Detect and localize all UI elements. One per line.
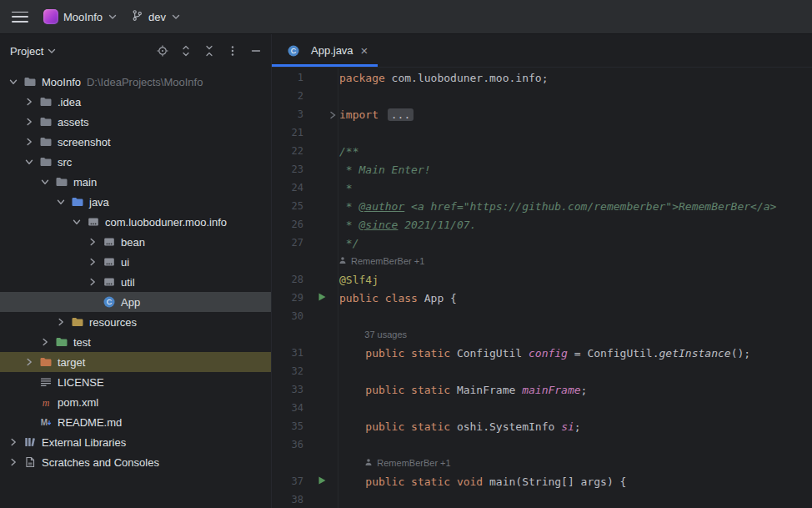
tree-item-app[interactable]: CApp (0, 292, 271, 312)
project-logo-icon (43, 9, 58, 24)
chevron-right-icon[interactable] (54, 315, 68, 329)
tree-item-label: External Libraries (42, 436, 126, 449)
line-number: 34 (272, 402, 305, 414)
branch-widget[interactable]: dev (124, 6, 188, 28)
code-text[interactable]: /** (338, 145, 358, 158)
code-text[interactable]: @Slf4j (338, 274, 378, 286)
tree-item-label: .idea (58, 96, 81, 108)
tree-item-bean[interactable]: bean (0, 232, 271, 252)
inlay-text[interactable]: RememBerBer +1 (338, 256, 424, 266)
inlay-label[interactable]: 37 usages (364, 329, 407, 340)
tree-item-scratches-and-consoles[interactable]: Scratches and Consoles (0, 452, 271, 472)
code-text[interactable]: * (338, 182, 353, 194)
chevron-right-icon[interactable] (7, 435, 20, 449)
project-tree: MooInfoD:\IdeaProjects\MooInfo.ideaasset… (0, 68, 271, 508)
chevron-down-icon[interactable] (38, 175, 52, 189)
code-line: 29public class App { (272, 289, 812, 307)
chevron-right-icon[interactable] (86, 275, 99, 289)
tree-item-java[interactable]: java (0, 192, 271, 212)
chevron-right-icon[interactable] (23, 115, 36, 128)
code-text[interactable]: * @since 2021/11/07. (338, 219, 476, 231)
author-icon (364, 458, 373, 468)
tree-item-readme-md[interactable]: MREADME.md (0, 412, 271, 432)
code-line: 36 (272, 435, 812, 454)
code-line: 30 (272, 307, 812, 325)
code-text[interactable]: public static oshi.SystemInfo si; (338, 420, 581, 433)
expand-all-icon[interactable] (176, 41, 196, 61)
panel-title[interactable]: Project (10, 45, 43, 58)
tree-item-license[interactable]: LICENSE (0, 372, 271, 392)
code-text[interactable]: public static MainFrame mainFrame; (338, 384, 587, 396)
gutter (305, 399, 338, 417)
line-number: 28 (272, 274, 305, 285)
inlay-label[interactable]: RememBerBer +1 (351, 256, 424, 266)
code-text[interactable]: public static ConfigUtil config = Config… (338, 347, 750, 360)
package-icon (103, 235, 116, 249)
tree-item-label: test (73, 336, 91, 349)
chevron-right-icon[interactable] (23, 135, 36, 148)
tree-item-idea[interactable]: .idea (0, 92, 271, 112)
tree-item-label: assets (58, 116, 89, 128)
code-text[interactable]: * Main Enter! (338, 163, 431, 176)
tree-item-target[interactable]: target (0, 352, 271, 372)
code-area[interactable]: 1package com.luoboduner.moo.info;23impor… (272, 68, 812, 508)
fold-expand-icon[interactable] (328, 109, 337, 122)
tree-item-com-luoboduner-moo-info[interactable]: com.luoboduner.moo.info (0, 212, 271, 232)
run-button[interactable] (317, 292, 327, 304)
tree-item-util[interactable]: util (0, 272, 271, 292)
gutter (305, 380, 338, 399)
chevron-right-icon[interactable] (86, 235, 99, 249)
line-number: 36 (272, 439, 305, 450)
branch-name: dev (148, 11, 166, 23)
chevron-right-icon[interactable] (38, 335, 52, 349)
code-text[interactable]: * @author <a href="https://github.com/re… (338, 200, 776, 213)
tree-item-label: src (58, 156, 72, 168)
chevron-down-icon[interactable] (70, 215, 83, 229)
code-text[interactable]: public static void main(String[] args) { (338, 475, 626, 488)
chevron-down-icon[interactable] (7, 75, 20, 88)
tree-item-label: App (121, 296, 140, 309)
tree-item-external-libraries[interactable]: External Libraries (0, 432, 271, 452)
tree-item-pom-xml[interactable]: mpom.xml (0, 392, 271, 412)
line-number: 21 (272, 127, 305, 138)
chevron-right-icon[interactable] (7, 455, 20, 469)
project-tool-window: Project MooInfoD:\IdeaProjects\MooInfo.i… (0, 34, 272, 508)
inlay-text[interactable]: 37 usages (338, 329, 407, 340)
gutter (305, 252, 338, 270)
svg-text:C: C (291, 47, 297, 55)
menu-icon[interactable] (12, 12, 28, 23)
chevron-down-icon[interactable] (54, 195, 68, 209)
inlay-text[interactable]: RememBerBer +1 (338, 458, 451, 468)
chevron-down-icon[interactable] (23, 155, 36, 168)
code-text[interactable]: public class App { (338, 292, 457, 304)
chevron-right-icon[interactable] (23, 355, 36, 369)
project-widget[interactable]: MooInfo (37, 6, 124, 28)
tree-item-assets[interactable]: assets (0, 112, 271, 132)
code-text[interactable]: package com.luoboduner.moo.info; (338, 72, 548, 84)
run-button[interactable] (317, 475, 327, 488)
tree-item-screenshot[interactable]: screenshot (0, 132, 271, 152)
close-icon[interactable]: × (359, 44, 370, 57)
more-options-icon[interactable] (223, 41, 243, 61)
code-line: 38 (272, 490, 812, 508)
tree-item-mooinfo[interactable]: MooInfoD:\IdeaProjects\MooInfo (0, 72, 271, 92)
hide-panel-icon[interactable] (246, 41, 266, 61)
tree-item-label: resources (89, 316, 137, 329)
tab-app-java[interactable]: C App.java × (272, 34, 378, 67)
locate-file-icon[interactable] (153, 41, 173, 61)
code-text[interactable]: */ (338, 237, 358, 249)
gutter (305, 179, 338, 197)
collapse-all-icon[interactable] (199, 41, 219, 61)
tree-item-ui[interactable]: ui (0, 252, 271, 272)
line-number: 1 (272, 72, 305, 83)
tree-item-main[interactable]: main (0, 172, 271, 192)
inlay-label[interactable]: RememBerBer +1 (377, 458, 450, 468)
chevron-right-icon[interactable] (86, 255, 99, 269)
tree-item-test[interactable]: test (0, 332, 271, 352)
tree-item-resources[interactable]: resources (0, 312, 271, 332)
chevron-down-icon[interactable] (47, 46, 57, 56)
tree-item-src[interactable]: src (0, 152, 271, 172)
code-text[interactable]: import ... (338, 108, 414, 121)
code-line: 23 * Main Enter! (272, 160, 812, 179)
chevron-right-icon[interactable] (23, 95, 36, 108)
